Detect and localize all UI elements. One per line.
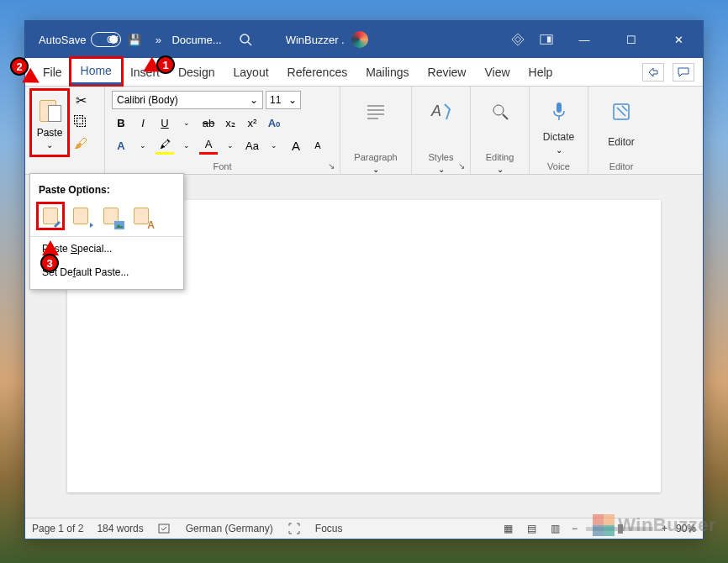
read-mode-icon[interactable]: ▦ (501, 523, 516, 534)
callout-3: 3 (40, 254, 59, 272)
chevron-down-icon[interactable]: ⌄ (221, 136, 240, 155)
svg-point-0 (240, 34, 249, 43)
tab-help[interactable]: Help (520, 61, 562, 84)
chevron-down-icon[interactable]: ⌄ (265, 136, 283, 155)
autosave-label: AutoSave (39, 34, 86, 46)
overflow-icon[interactable]: » (151, 33, 165, 46)
watermark: WinBuzzer (593, 514, 716, 536)
callout-1: 1 (156, 55, 175, 74)
word-count[interactable]: 184 words (97, 523, 143, 534)
user-avatar[interactable] (351, 31, 368, 48)
font-group: Calibri (Body)⌄ 11⌄ B I U ⌄ ab x₂ x² A₀ … (105, 87, 340, 174)
autosave-toggle[interactable]: AutoSave Off (39, 32, 121, 47)
cut-icon[interactable]: ✂ (72, 92, 89, 108)
shrink-font-button[interactable]: A (309, 136, 327, 155)
tab-review[interactable]: Review (419, 61, 476, 84)
svg-rect-11 (557, 103, 562, 113)
chevron-down-icon: ⌄ (288, 94, 297, 106)
tab-references[interactable]: References (278, 61, 357, 84)
search-icon[interactable] (239, 33, 252, 46)
toggle-switch[interactable]: Off (91, 32, 121, 47)
superscript-button[interactable]: x² (243, 113, 261, 132)
comments-button[interactable] (673, 63, 694, 82)
keep-text-only-icon[interactable]: A (129, 204, 153, 228)
change-case-button[interactable]: Aa (243, 136, 261, 155)
paste-options-header: Paste Options: (30, 179, 183, 203)
strikethrough-button[interactable]: ab (199, 113, 218, 132)
merge-formatting-icon[interactable] (69, 204, 92, 228)
svg-rect-3 (547, 36, 551, 42)
paste-button[interactable]: Paste ⌄ (32, 91, 67, 155)
styles-icon[interactable]: A (426, 99, 456, 124)
paragraph-group-label: Paragraph (354, 150, 397, 165)
keep-source-formatting-icon[interactable] (39, 204, 62, 228)
tab-home[interactable]: Home (71, 59, 121, 85)
format-painter-icon[interactable]: 🖌 (72, 135, 89, 152)
chevron-down-icon[interactable]: ⌄ (438, 165, 445, 174)
picture-icon[interactable] (99, 204, 123, 228)
language-indicator[interactable]: German (Germany) (186, 523, 273, 534)
chevron-down-icon[interactable]: ⌄ (372, 165, 379, 174)
styles-group-label: Styles (429, 150, 454, 165)
app-label: WinBuzzer . (286, 34, 345, 46)
dictate-icon[interactable] (544, 99, 574, 124)
paragraph-group: Paragraph ⌄ (340, 87, 412, 174)
grow-font-button[interactable]: A (287, 136, 305, 155)
underline-button[interactable]: U (156, 113, 174, 132)
font-group-label: Font (112, 159, 333, 174)
maximize-button[interactable]: ☐ (615, 27, 647, 52)
dictate-label: Dictate (543, 129, 574, 145)
dialog-launcher-icon[interactable]: ↘ (458, 161, 465, 171)
voice-group-label: Voice (547, 159, 570, 174)
editor-group: Editor Editor (588, 87, 654, 174)
font-name-value: Calibri (Body) (117, 94, 178, 106)
highlight-button[interactable]: 🖍 (156, 136, 174, 155)
font-size-select[interactable]: 11⌄ (266, 91, 301, 109)
editor-icon[interactable] (606, 99, 636, 124)
bold-button[interactable]: B (112, 113, 130, 132)
focus-icon[interactable] (287, 523, 302, 534)
save-icon[interactable]: 💾 (128, 33, 141, 46)
zoom-out-button[interactable]: − (572, 523, 578, 534)
focus-label[interactable]: Focus (315, 523, 343, 534)
premium-icon[interactable] (511, 33, 525, 46)
svg-point-9 (493, 105, 504, 115)
paste-label: Paste (37, 127, 63, 139)
ribbon-tabs: File Home Insert Design Layout Reference… (25, 58, 703, 87)
voice-group: Dictate ⌄ Voice (530, 87, 588, 174)
italic-button[interactable]: I (134, 113, 152, 132)
chevron-down-icon[interactable]: ⌄ (556, 145, 562, 155)
tab-view[interactable]: View (475, 61, 519, 84)
copy-icon[interactable]: ⿻ (72, 113, 89, 130)
page-indicator[interactable]: Page 1 of 2 (32, 523, 83, 534)
chevron-down-icon[interactable]: ⌄ (134, 136, 152, 155)
text-effects-icon[interactable]: A (112, 136, 130, 155)
font-color-button[interactable]: A (199, 136, 218, 155)
chevron-down-icon[interactable]: ⌄ (497, 165, 504, 174)
spellcheck-icon[interactable] (157, 523, 172, 534)
svg-line-1 (248, 42, 251, 45)
dialog-launcher-icon[interactable]: ↘ (328, 161, 335, 171)
paragraph-icon[interactable] (361, 99, 391, 124)
svg-text:A: A (430, 103, 441, 119)
web-layout-icon[interactable]: ▥ (548, 523, 563, 534)
tab-layout[interactable]: Layout (224, 61, 278, 84)
underline-dropdown-icon[interactable]: ⌄ (177, 113, 196, 132)
tab-design[interactable]: Design (169, 61, 224, 84)
chevron-down-icon[interactable]: ⌄ (177, 136, 196, 155)
callout-2: 2 (10, 57, 29, 76)
print-layout-icon[interactable]: ▤ (525, 523, 540, 534)
text-effects-button[interactable]: A₀ (265, 113, 283, 132)
share-button[interactable] (642, 63, 664, 82)
font-name-select[interactable]: Calibri (Body)⌄ (112, 91, 263, 109)
tab-mailings[interactable]: Mailings (356, 61, 418, 84)
editing-group: Editing ⌄ (471, 87, 530, 174)
subscript-button[interactable]: x₂ (221, 113, 240, 132)
display-mode-icon[interactable] (540, 33, 553, 46)
document-name: Docume... (171, 34, 221, 46)
ribbon: Paste ⌄ ✂ ⿻ 🖌 Calibri (Body)⌄ 11⌄ B I (25, 87, 703, 175)
close-button[interactable]: ✕ (662, 27, 694, 52)
editing-icon[interactable] (485, 99, 515, 124)
minimize-button[interactable]: — (568, 27, 600, 52)
svg-rect-14 (159, 524, 169, 533)
